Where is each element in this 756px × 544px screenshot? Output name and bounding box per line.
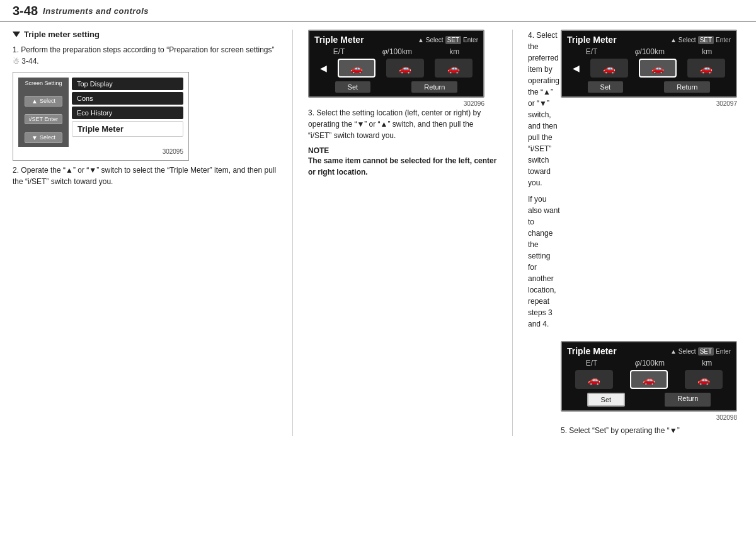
divider-1 — [292, 30, 293, 436]
section-number: 3-48 — [13, 4, 38, 18]
note-box: NOTE The same item cannot be selected fo… — [308, 146, 497, 178]
meter-controls-3: ▲ Select SET Enter — [670, 347, 731, 356]
ss-btn-up: ▲ Select — [25, 96, 62, 107]
diagram-num-center: 302096 — [308, 100, 484, 107]
step4-text: 4. Select the preferred item by operatin… — [528, 30, 561, 188]
ss-right-panel: Top Display Cons Eco History Triple Mete… — [69, 78, 183, 147]
center-column: Triple Meter ▲ Select SET Enter E/T φ/10… — [308, 30, 497, 436]
meter-btn-set-3: Set — [587, 393, 626, 407]
meter-icons-row-1: ◀ 🚗 🚗 🚗 — [314, 59, 478, 78]
meter-btn-return-2: Return — [664, 81, 710, 93]
meter-icon3-center: 🚗 — [630, 370, 668, 389]
menu-item-eco-history: Eco History — [72, 107, 183, 119]
meter-footer-3: Set Return — [567, 393, 731, 407]
ss-btn-enter: i/SET Enter — [25, 114, 62, 124]
divider-2 — [512, 30, 513, 436]
right-column: 4. Select the preferred item by operatin… — [528, 30, 743, 436]
meter-btn-return-1: Return — [411, 81, 457, 93]
ss-btn-enter-label: i/SET Enter — [29, 116, 58, 122]
meter-btn-set-2: Set — [588, 81, 624, 93]
screen-setting-diagram: Screen Setting ▲ Select i/SET Enter ▼ Se… — [13, 72, 189, 161]
meter-title-2: Triple Meter — [567, 35, 617, 45]
main-content: Triple meter setting 1. Perform the prep… — [0, 22, 756, 443]
step2-text: 2. Operate the “▲” or “▼” switch to sele… — [13, 165, 277, 187]
meter-icon2-center: 🚗 — [639, 59, 677, 78]
meter-btn-set-1: Set — [335, 81, 371, 93]
section-heading-text: Triple meter setting — [24, 30, 100, 39]
meter-header-2: Triple Meter ▲ Select SET Enter — [567, 35, 731, 45]
right-bottom-row: Triple Meter ▲ Select SET Enter E/T φ/10… — [528, 341, 743, 436]
note-text: The same item cannot be selected for the… — [308, 155, 497, 178]
right-bottom-empty — [528, 341, 554, 436]
ss-left-panel: Screen Setting ▲ Select i/SET Enter ▼ Se… — [18, 78, 69, 147]
meter-icon2-right: 🚗 — [687, 59, 725, 78]
section-triangle-icon — [13, 32, 20, 37]
note-title: NOTE — [308, 146, 497, 155]
menu-item-cons: Cons — [72, 92, 183, 105]
right-diagram-col-top: Triple Meter ▲ Select SET Enter E/T φ/10… — [561, 30, 743, 335]
step1-text: 1. Perform the preparation steps accordi… — [13, 44, 277, 67]
meter-icon2-left: 🚗 — [590, 59, 628, 78]
meter-controls-1: ▲ Select SET Enter — [418, 36, 478, 44]
step5-text: 5. Select “Set” by operating the “▼” — [561, 425, 743, 436]
step3-text: 3. Select the setting location (left, ce… — [308, 107, 497, 141]
right-text-col: 4. Select the preferred item by operatin… — [528, 30, 561, 335]
meter-display-3: Triple Meter ▲ Select SET Enter E/T φ/10… — [561, 341, 737, 412]
ss-label: Screen Setting — [25, 80, 62, 86]
meter-icon-right: 🚗 — [435, 59, 472, 78]
meter-data-row-2: E/T φ/100km km — [567, 47, 731, 56]
meter-data-row-1: E/T φ/100km km — [314, 47, 478, 56]
right-diagram-col-bottom: Triple Meter ▲ Select SET Enter E/T φ/10… — [561, 341, 743, 436]
meter-footer-1: Set Return — [314, 81, 478, 93]
ss-btn-down: ▼ Select — [25, 132, 62, 143]
meter-icons-row-3: 🚗 🚗 🚗 — [567, 370, 731, 389]
meter-icon3-left: 🚗 — [575, 370, 613, 389]
diagram-number-1: 302095 — [18, 148, 183, 155]
ss-btn-down-label: Select — [40, 134, 55, 141]
meter-icon3-right: 🚗 — [685, 370, 723, 389]
header: 3-48 Instruments and controls — [0, 0, 756, 22]
meter-btn-return-3: Return — [665, 393, 711, 407]
meter-icon-center: 🚗 — [386, 59, 424, 78]
step4b-text: If you also want to change the setting f… — [528, 194, 561, 330]
menu-item-triple-meter: Triple Meter — [72, 121, 183, 137]
meter-header-3: Triple Meter ▲ Select SET Enter — [567, 346, 731, 356]
diagram-num-right-bottom: 302098 — [561, 414, 737, 421]
menu-item-top-display: Top Display — [72, 78, 183, 90]
meter-header-1: Triple Meter ▲ Select SET Enter — [314, 35, 478, 45]
diagram-num-right-top: 302097 — [561, 100, 737, 107]
left-column: Triple meter setting 1. Perform the prep… — [13, 30, 277, 436]
meter-icon-left: 🚗 — [338, 59, 375, 78]
left-arrow-icon: ◀ — [320, 63, 327, 73]
ss-btn-up-label: Select — [40, 98, 55, 104]
meter-title-1: Triple Meter — [314, 35, 364, 45]
meter-title-3: Triple Meter — [567, 346, 617, 356]
header-title: Instruments and controls — [43, 6, 149, 16]
ss-inner: Screen Setting ▲ Select i/SET Enter ▼ Se… — [18, 78, 183, 147]
left-arrow-icon-2: ◀ — [573, 63, 580, 73]
section-heading: Triple meter setting — [13, 30, 277, 39]
meter-icons-row-2: ◀ 🚗 🚗 🚗 — [567, 59, 731, 78]
meter-display-2: Triple Meter ▲ Select SET Enter E/T φ/10… — [561, 30, 737, 98]
right-columns-wrapper: 4. Select the preferred item by operatin… — [528, 30, 743, 335]
meter-data-row-3: E/T φ/100km km — [567, 359, 731, 367]
meter-footer-2: Set Return — [567, 81, 731, 93]
meter-display-1: Triple Meter ▲ Select SET Enter E/T φ/10… — [308, 30, 484, 98]
meter-controls-2: ▲ Select SET Enter — [670, 36, 731, 44]
